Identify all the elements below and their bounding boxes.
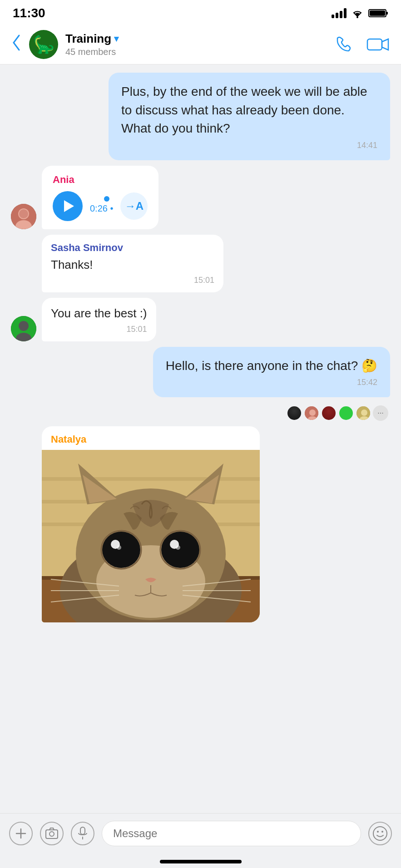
svg-point-13 [309, 409, 316, 416]
message-sender: Sasha Smirnov [51, 242, 214, 254]
emoji-button[interactable] [368, 822, 392, 845]
svg-rect-4 [367, 39, 382, 50]
status-time: 11:30 [13, 6, 45, 20]
chat-header: 🦕 Training ▾ 45 members [0, 25, 401, 64]
message-input[interactable] [102, 821, 361, 846]
photo-button[interactable] [40, 822, 64, 845]
svg-point-16 [361, 409, 367, 416]
receipt-more: ··· [373, 405, 388, 421]
cat-photo [42, 450, 260, 622]
svg-rect-2 [386, 12, 388, 15]
svg-point-36 [176, 545, 180, 550]
svg-point-8 [19, 209, 28, 218]
audio-bubble: Ania 0:26 • →A [42, 166, 158, 229]
chat-area: Plus, by the end of the week we will be … [0, 64, 401, 782]
message-time: 15:42 [166, 378, 377, 387]
ania-avatar [11, 204, 36, 229]
photo-sender-row: Natalya [42, 426, 260, 450]
receipt-avatar-3 [321, 405, 337, 421]
call-button[interactable] [334, 35, 354, 54]
message-time: 15:01 [51, 276, 214, 285]
wifi-icon [351, 8, 364, 18]
audio-controls[interactable]: 0:26 • →A [53, 191, 148, 221]
svg-point-35 [117, 545, 121, 550]
message-text: You are the best :) [51, 305, 147, 321]
chevron-down-icon: ▾ [114, 33, 119, 44]
group-avatar: 🦕 [29, 30, 58, 59]
bubble-outgoing-1: Plus, by the end of the week we will be … [109, 73, 390, 160]
message-text: Plus, by the end of the week we will be … [121, 83, 377, 138]
message-text: Thanks! [51, 256, 214, 273]
message-time: 15:01 [51, 325, 147, 334]
video-call-button[interactable] [366, 35, 390, 54]
svg-point-31 [102, 532, 140, 568]
svg-rect-19 [42, 477, 260, 481]
mic-button[interactable] [71, 822, 94, 845]
message-best: You are the best :) 15:01 [11, 298, 390, 341]
member-count: 45 members [65, 47, 334, 57]
audio-duration: 0:26 • [90, 203, 113, 214]
receipt-avatar-5 [356, 405, 371, 421]
back-button[interactable] [11, 34, 22, 55]
bubble-sasha-thanks: Sasha Smirnov Thanks! 15:01 [42, 235, 223, 292]
message-time: 14:41 [121, 141, 377, 150]
photo-sender: Natalya [51, 434, 251, 445]
receipt-avatar-4 [338, 405, 354, 421]
bubble-best: You are the best :) 15:01 [42, 298, 156, 341]
svg-point-32 [161, 532, 199, 568]
svg-rect-3 [370, 10, 385, 16]
battery-icon [368, 8, 388, 18]
svg-point-0 [356, 16, 358, 18]
receipt-avatar-2 [304, 405, 319, 421]
message-outgoing-hello: Hello, is there anyone in the chat? 🤔 15… [11, 347, 390, 398]
add-button[interactable] [9, 822, 33, 845]
status-icons [332, 8, 388, 18]
sasha-avatar [11, 316, 36, 341]
read-receipts: ··· [11, 405, 388, 421]
receipt-avatar-1 [287, 405, 302, 421]
home-indicator [160, 860, 242, 863]
svg-point-10 [19, 321, 29, 331]
message-text: Hello, is there anyone in the chat? 🤔 [166, 357, 377, 375]
bubble-outgoing-hello: Hello, is there anyone in the chat? 🤔 15… [153, 347, 390, 398]
group-name: Training ▾ [65, 32, 334, 46]
svg-rect-48 [46, 830, 58, 838]
svg-rect-50 [80, 827, 85, 834]
status-bar: 11:30 [0, 0, 401, 25]
audio-sender: Ania [53, 174, 148, 186]
message-sasha-thanks: Sasha Smirnov Thanks! 15:01 [42, 235, 390, 292]
translate-button[interactable]: →A [120, 192, 148, 220]
svg-point-53 [377, 831, 379, 833]
message-photo-natalya: Natalya [11, 426, 390, 622]
photo-bubble: Natalya [42, 426, 260, 622]
svg-point-49 [50, 832, 54, 836]
svg-point-54 [381, 831, 383, 833]
header-actions [334, 35, 390, 54]
message-outgoing-1: Plus, by the end of the week we will be … [11, 73, 390, 160]
message-audio-ania: Ania 0:26 • →A [11, 166, 390, 229]
svg-point-52 [373, 827, 387, 840]
signal-icon [332, 8, 347, 18]
header-info[interactable]: Training ▾ 45 members [65, 32, 334, 57]
play-button[interactable] [53, 191, 83, 221]
